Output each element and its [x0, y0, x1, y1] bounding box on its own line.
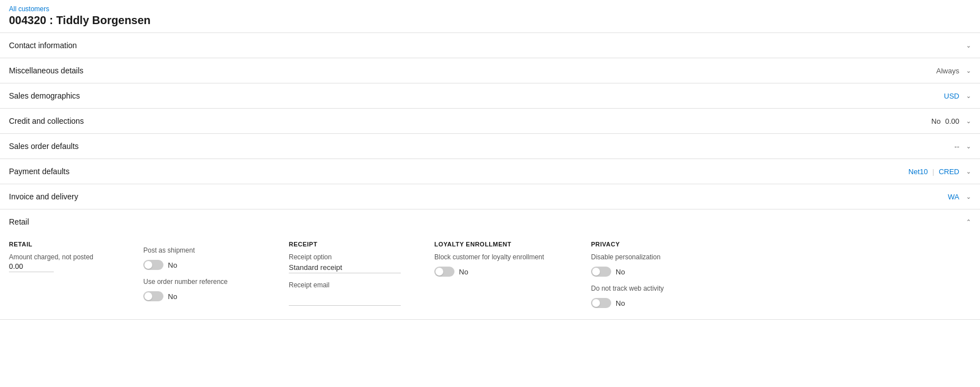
- accordion-right-invoice-and-delivery: WA ⌄: [948, 193, 971, 201]
- retail-header: RETAIL: [9, 241, 132, 248]
- section-miscellaneous-details: Miscellaneous details Always ⌄: [0, 58, 980, 83]
- chevron-down-icon-invoice-and-delivery: ⌄: [966, 193, 971, 201]
- post-as-shipment-toggle[interactable]: [143, 260, 163, 270]
- chevron-up-icon-retail: ⌃: [966, 218, 971, 226]
- badge-invoice-and-delivery: WA: [948, 193, 959, 201]
- block-loyalty-toggle[interactable]: [434, 267, 454, 277]
- accordion-header-sales-order-defaults[interactable]: Sales order defaults -- ⌄: [0, 134, 980, 158]
- accordion-header-credit-and-collections[interactable]: Credit and collections No 0.00 ⌄: [0, 109, 980, 133]
- section-credit-and-collections: Credit and collections No 0.00 ⌄: [0, 109, 980, 134]
- section-sales-demographics: Sales demographics USD ⌄: [0, 83, 980, 109]
- section-invoice-and-delivery: Invoice and delivery WA ⌄: [0, 184, 980, 209]
- loyalty-header: LOYALTY ENROLLMENT: [434, 241, 580, 248]
- badge-divider-payment-defaults: |: [932, 167, 934, 176]
- section-title-miscellaneous-details: Miscellaneous details: [9, 66, 83, 75]
- do-not-track-row: No: [591, 298, 737, 308]
- section-title-payment-defaults: Payment defaults: [9, 167, 69, 176]
- do-not-track-value: No: [616, 299, 625, 307]
- use-order-reference-label: Use order number reference: [143, 278, 278, 286]
- accordion-right-payment-defaults: Net10 | CRED ⌄: [908, 167, 971, 176]
- do-not-track-toggle[interactable]: [591, 298, 611, 308]
- receipt-option-input[interactable]: [289, 262, 401, 273]
- chevron-down-icon-sales-demographics: ⌄: [966, 92, 971, 100]
- badge2-payment-defaults: CRED: [939, 167, 959, 176]
- badge-no-credit-collections: No: [931, 117, 941, 125]
- use-order-reference-toggle[interactable]: [143, 291, 163, 301]
- chevron-down-icon-contact-information: ⌄: [966, 42, 971, 49]
- retail-grid: RETAIL Amount charged, not posted 0.00 P…: [9, 241, 971, 308]
- accordion-right-retail: ⌃: [964, 218, 971, 226]
- section-title-contact-information: Contact information: [9, 41, 77, 50]
- page-title: 004320 : Tiddly Borgensen: [9, 14, 971, 27]
- accordion-header-contact-information[interactable]: Contact information ⌄: [0, 33, 980, 58]
- page-wrapper: All customers 004320 : Tiddly Borgensen …: [0, 0, 980, 387]
- block-loyalty-label: Block customer for loyalty enrollment: [434, 253, 580, 261]
- receipt-header: RECEIPT: [289, 241, 423, 248]
- badge-sales-demographics: USD: [944, 92, 959, 100]
- block-loyalty-row: No: [434, 267, 580, 277]
- receipt-email-input[interactable]: [289, 295, 401, 306]
- amount-charged-label: Amount charged, not posted: [9, 253, 132, 261]
- section-sales-order-defaults: Sales order defaults -- ⌄: [0, 134, 980, 159]
- disable-personalization-toggle[interactable]: [591, 267, 611, 277]
- page-header: All customers 004320 : Tiddly Borgensen: [0, 0, 980, 33]
- badge-number-credit-collections: 0.00: [945, 117, 959, 125]
- retail-body: RETAIL Amount charged, not posted 0.00 P…: [0, 234, 980, 319]
- breadcrumb[interactable]: All customers: [9, 5, 49, 13]
- disable-personalization-label: Disable personalization: [591, 253, 737, 261]
- section-title-sales-order-defaults: Sales order defaults: [9, 142, 79, 151]
- accordion-right-sales-demographics: USD ⌄: [944, 92, 971, 100]
- amount-charged-value: 0.00: [9, 262, 54, 272]
- post-as-shipment-label: Post as shipment: [143, 246, 278, 254]
- privacy-header: PRIVACY: [591, 241, 737, 248]
- accordion-header-sales-demographics[interactable]: Sales demographics USD ⌄: [0, 83, 980, 108]
- section-payment-defaults: Payment defaults Net10 | CRED ⌄: [0, 159, 980, 184]
- section-retail: Retail ⌃ RETAIL Amount charged, not post…: [0, 209, 980, 320]
- section-title-credit-and-collections: Credit and collections: [9, 116, 84, 125]
- accordion-header-payment-defaults[interactable]: Payment defaults Net10 | CRED ⌄: [0, 159, 980, 184]
- accordion-right-miscellaneous-details: Always ⌄: [936, 67, 971, 75]
- badge-miscellaneous-details: Always: [936, 67, 959, 75]
- use-order-reference-row: No: [143, 291, 278, 301]
- section-title-retail: Retail: [9, 217, 29, 226]
- do-not-track-label: Do not track web activity: [591, 285, 737, 292]
- badge1-payment-defaults: Net10: [908, 167, 928, 176]
- block-loyalty-value: No: [459, 268, 468, 276]
- disable-personalization-value: No: [616, 268, 625, 276]
- receipt-email-label: Receipt email: [289, 281, 423, 289]
- badge-sales-order-defaults: --: [954, 142, 959, 151]
- accordion-right-sales-order-defaults: -- ⌄: [954, 142, 971, 151]
- chevron-down-icon-credit-collections: ⌄: [966, 118, 971, 125]
- accordion-right-contact-information: ⌄: [964, 42, 971, 49]
- section-contact-information: Contact information ⌄: [0, 33, 980, 58]
- post-as-shipment-value: No: [168, 261, 177, 269]
- disable-personalization-row: No: [591, 267, 737, 277]
- retail-col-privacy: PRIVACY Disable personalization No Do no…: [591, 241, 748, 308]
- accordion-header-invoice-and-delivery[interactable]: Invoice and delivery WA ⌄: [0, 184, 980, 209]
- retail-col-loyalty: LOYALTY ENROLLMENT Block customer for lo…: [434, 241, 591, 308]
- retail-col-receipt: RECEIPT Receipt option Receipt email: [289, 241, 434, 308]
- accordion-header-miscellaneous-details[interactable]: Miscellaneous details Always ⌄: [0, 58, 980, 83]
- post-as-shipment-row: No: [143, 260, 278, 270]
- accordion-right-credit-and-collections: No 0.00 ⌄: [931, 117, 971, 125]
- retail-col-post: Post as shipment No Use order number ref…: [143, 241, 289, 308]
- accordion-header-retail[interactable]: Retail ⌃: [0, 209, 980, 234]
- use-order-reference-value: No: [168, 292, 177, 301]
- chevron-down-icon-payment-defaults: ⌄: [966, 168, 971, 175]
- chevron-down-icon-miscellaneous-details: ⌄: [966, 67, 971, 74]
- section-title-invoice-and-delivery: Invoice and delivery: [9, 192, 78, 201]
- retail-col-retail: RETAIL Amount charged, not posted 0.00: [9, 241, 143, 308]
- chevron-down-icon-sales-order-defaults: ⌄: [966, 143, 971, 150]
- section-title-sales-demographics: Sales demographics: [9, 91, 80, 100]
- receipt-option-label: Receipt option: [289, 253, 423, 261]
